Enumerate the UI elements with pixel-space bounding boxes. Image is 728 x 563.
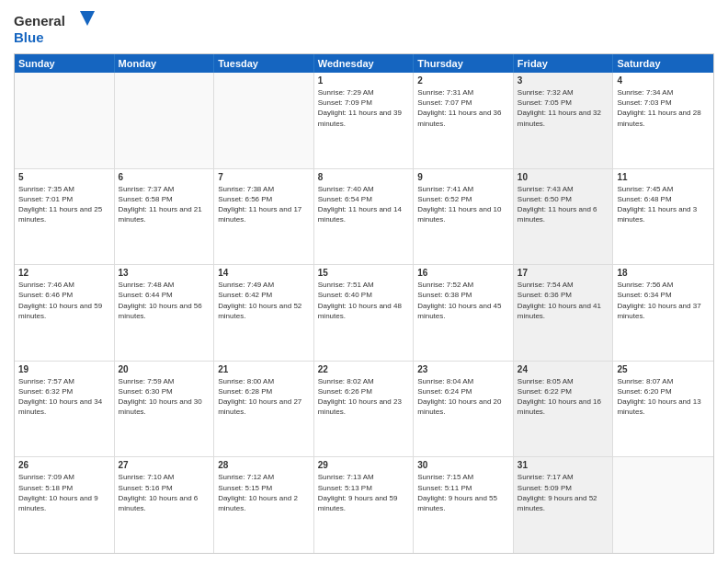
calendar-cell: 28Sunrise: 7:12 AMSunset: 5:15 PMDayligh… [214,457,314,553]
calendar-cell: 15Sunrise: 7:51 AMSunset: 6:40 PMDayligh… [314,265,415,361]
day-number: 28 [218,460,310,470]
cell-info: Sunrise: 7:12 AMSunset: 5:15 PMDaylight:… [218,472,310,513]
cell-info: Sunrise: 7:31 AMSunset: 7:07 PMDaylight:… [417,87,509,129]
calendar-cell: 6Sunrise: 7:37 AMSunset: 6:58 PMDaylight… [115,169,215,265]
day-number: 27 [119,460,210,470]
calendar-row: 5Sunrise: 7:35 AMSunset: 7:01 PMDaylight… [15,168,713,265]
calendar-cell: 2Sunrise: 7:31 AMSunset: 7:07 PMDaylight… [414,73,514,168]
calendar-cell: 11Sunrise: 7:45 AMSunset: 6:48 PMDayligh… [613,169,713,265]
day-number: 13 [119,268,210,278]
day-number: 29 [318,460,410,470]
day-number: 14 [218,268,310,278]
cell-info: Sunrise: 7:59 AMSunset: 6:30 PMDaylight:… [119,376,210,418]
weekday-header: Tuesday [214,54,314,73]
calendar-cell: 16Sunrise: 7:52 AMSunset: 6:38 PMDayligh… [414,265,514,361]
calendar-body: 1Sunrise: 7:29 AMSunset: 7:09 PMDaylight… [15,73,713,553]
cell-info: Sunrise: 8:00 AMSunset: 6:28 PMDaylight:… [218,376,310,418]
cell-info: Sunrise: 7:15 AMSunset: 5:11 PMDaylight:… [417,472,509,513]
cell-info: Sunrise: 7:32 AMSunset: 7:05 PMDaylight:… [518,87,609,129]
weekday-header: Wednesday [314,54,415,73]
calendar-row: 12Sunrise: 7:46 AMSunset: 6:46 PMDayligh… [15,264,713,361]
weekday-header: Saturday [613,54,713,73]
day-number: 7 [218,172,310,182]
calendar-cell: 1Sunrise: 7:29 AMSunset: 7:09 PMDaylight… [314,73,415,168]
calendar-cell: 26Sunrise: 7:09 AMSunset: 5:18 PMDayligh… [15,457,115,553]
weekday-header: Thursday [414,54,514,73]
cell-info: Sunrise: 7:51 AMSunset: 6:40 PMDaylight:… [318,280,410,321]
cell-info: Sunrise: 8:05 AMSunset: 6:22 PMDaylight:… [518,376,609,418]
day-number: 12 [18,268,110,278]
calendar-cell: 19Sunrise: 7:57 AMSunset: 6:32 PMDayligh… [15,362,115,457]
day-number: 6 [119,172,210,182]
svg-text:Blue: Blue [14,29,44,45]
calendar-cell: 23Sunrise: 8:04 AMSunset: 6:24 PMDayligh… [414,362,514,457]
day-number: 17 [518,268,609,278]
calendar-cell: 12Sunrise: 7:46 AMSunset: 6:46 PMDayligh… [15,265,115,361]
calendar-cell: 24Sunrise: 8:05 AMSunset: 6:22 PMDayligh… [514,362,614,457]
logo: GeneralBlue [14,9,97,48]
calendar-cell: 21Sunrise: 8:00 AMSunset: 6:28 PMDayligh… [214,362,314,457]
calendar-row: 26Sunrise: 7:09 AMSunset: 5:18 PMDayligh… [15,456,713,553]
calendar-cell: 5Sunrise: 7:35 AMSunset: 7:01 PMDaylight… [15,169,115,265]
day-number: 5 [18,172,110,182]
day-number: 8 [318,172,410,182]
day-number: 23 [417,364,509,374]
day-number: 4 [617,75,710,86]
calendar-cell [115,73,215,168]
calendar-row: 1Sunrise: 7:29 AMSunset: 7:09 PMDaylight… [15,73,713,168]
day-number: 15 [318,268,410,278]
weekday-header: Sunday [15,54,115,73]
cell-info: Sunrise: 7:17 AMSunset: 5:09 PMDaylight:… [518,472,609,513]
calendar-cell [15,73,115,168]
day-number: 9 [417,172,509,182]
cell-info: Sunrise: 8:02 AMSunset: 6:26 PMDaylight:… [318,376,410,418]
calendar-cell: 17Sunrise: 7:54 AMSunset: 6:36 PMDayligh… [514,265,614,361]
cell-info: Sunrise: 7:13 AMSunset: 5:13 PMDaylight:… [318,472,410,513]
calendar-cell [613,457,713,553]
cell-info: Sunrise: 7:10 AMSunset: 5:16 PMDaylight:… [119,472,210,513]
day-number: 20 [119,364,210,374]
day-number: 18 [617,268,710,278]
day-number: 3 [518,75,609,86]
day-number: 30 [417,460,509,470]
cell-info: Sunrise: 7:52 AMSunset: 6:38 PMDaylight:… [417,280,509,321]
calendar-cell: 18Sunrise: 7:56 AMSunset: 6:34 PMDayligh… [613,265,713,361]
calendar-cell: 9Sunrise: 7:41 AMSunset: 6:52 PMDaylight… [414,169,514,265]
day-number: 31 [518,460,609,470]
cell-info: Sunrise: 7:40 AMSunset: 6:54 PMDaylight:… [318,184,410,225]
cell-info: Sunrise: 7:45 AMSunset: 6:48 PMDaylight:… [617,184,710,225]
calendar-cell: 31Sunrise: 7:17 AMSunset: 5:09 PMDayligh… [514,457,614,553]
day-number: 26 [18,460,110,470]
day-number: 25 [617,364,710,374]
calendar-cell: 3Sunrise: 7:32 AMSunset: 7:05 PMDaylight… [514,73,614,168]
weekday-header: Monday [115,54,215,73]
day-number: 21 [218,364,310,374]
calendar-cell: 25Sunrise: 8:07 AMSunset: 6:20 PMDayligh… [613,362,713,457]
calendar-cell [214,73,314,168]
calendar-cell: 22Sunrise: 8:02 AMSunset: 6:26 PMDayligh… [314,362,415,457]
calendar-cell: 8Sunrise: 7:40 AMSunset: 6:54 PMDaylight… [314,169,415,265]
calendar-cell: 29Sunrise: 7:13 AMSunset: 5:13 PMDayligh… [314,457,415,553]
header: GeneralBlue [14,9,714,48]
cell-info: Sunrise: 7:46 AMSunset: 6:46 PMDaylight:… [18,280,110,321]
day-number: 10 [518,172,609,182]
day-number: 19 [18,364,110,374]
calendar-cell: 27Sunrise: 7:10 AMSunset: 5:16 PMDayligh… [115,457,215,553]
calendar-cell: 14Sunrise: 7:49 AMSunset: 6:42 PMDayligh… [214,265,314,361]
cell-info: Sunrise: 7:54 AMSunset: 6:36 PMDaylight:… [518,280,609,321]
cell-info: Sunrise: 7:34 AMSunset: 7:03 PMDaylight:… [617,87,710,129]
cell-info: Sunrise: 7:38 AMSunset: 6:56 PMDaylight:… [218,184,310,225]
calendar-cell: 4Sunrise: 7:34 AMSunset: 7:03 PMDaylight… [613,73,713,168]
svg-text:General: General [14,13,65,29]
logo-svg: GeneralBlue [14,9,97,48]
cell-info: Sunrise: 7:43 AMSunset: 6:50 PMDaylight:… [518,184,609,225]
cell-info: Sunrise: 7:29 AMSunset: 7:09 PMDaylight:… [318,87,410,129]
svg-marker-2 [80,11,95,26]
cell-info: Sunrise: 7:09 AMSunset: 5:18 PMDaylight:… [18,472,110,513]
cell-info: Sunrise: 7:56 AMSunset: 6:34 PMDaylight:… [617,280,710,321]
cell-info: Sunrise: 7:57 AMSunset: 6:32 PMDaylight:… [18,376,110,418]
day-number: 11 [617,172,710,182]
calendar-row: 19Sunrise: 7:57 AMSunset: 6:32 PMDayligh… [15,361,713,457]
cell-info: Sunrise: 7:49 AMSunset: 6:42 PMDaylight:… [218,280,310,321]
cell-info: Sunrise: 7:35 AMSunset: 7:01 PMDaylight:… [18,184,110,225]
